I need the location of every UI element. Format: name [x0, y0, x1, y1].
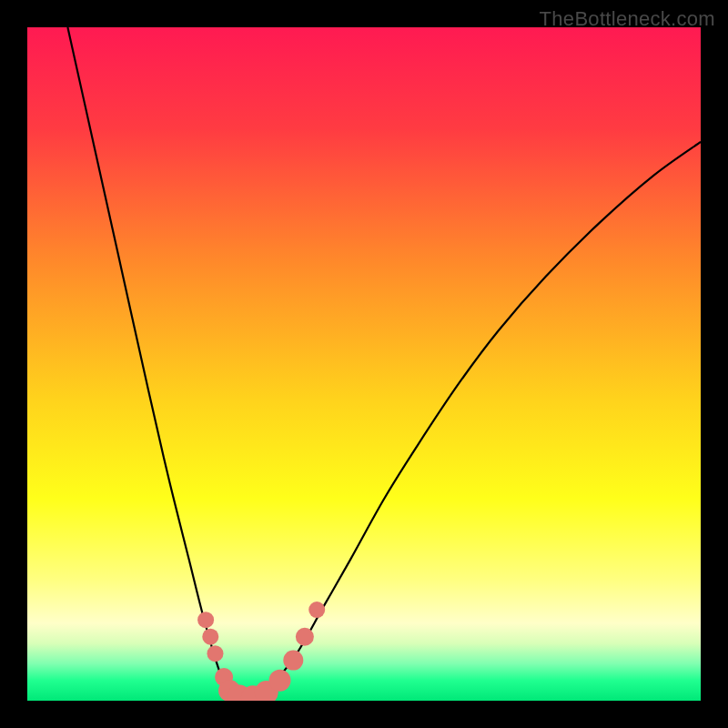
bead-marker: [283, 651, 303, 671]
bead-marker: [269, 670, 291, 692]
chart-frame: TheBottleneck.com: [0, 0, 728, 728]
bead-marker: [202, 629, 218, 645]
bead-marker: [296, 628, 314, 646]
gradient-background: [27, 27, 701, 701]
bead-marker: [308, 602, 325, 618]
watermark-text: TheBottleneck.com: [540, 7, 715, 31]
plot-area: [27, 27, 701, 701]
chart-svg: [27, 27, 701, 701]
bead-marker: [207, 645, 223, 662]
bead-marker: [197, 612, 214, 628]
